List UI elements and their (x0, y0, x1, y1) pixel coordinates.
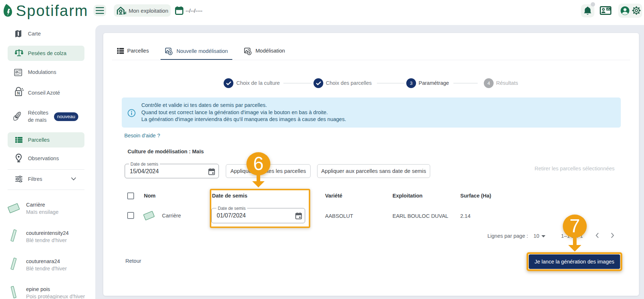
svg-text:N: N (17, 91, 20, 95)
